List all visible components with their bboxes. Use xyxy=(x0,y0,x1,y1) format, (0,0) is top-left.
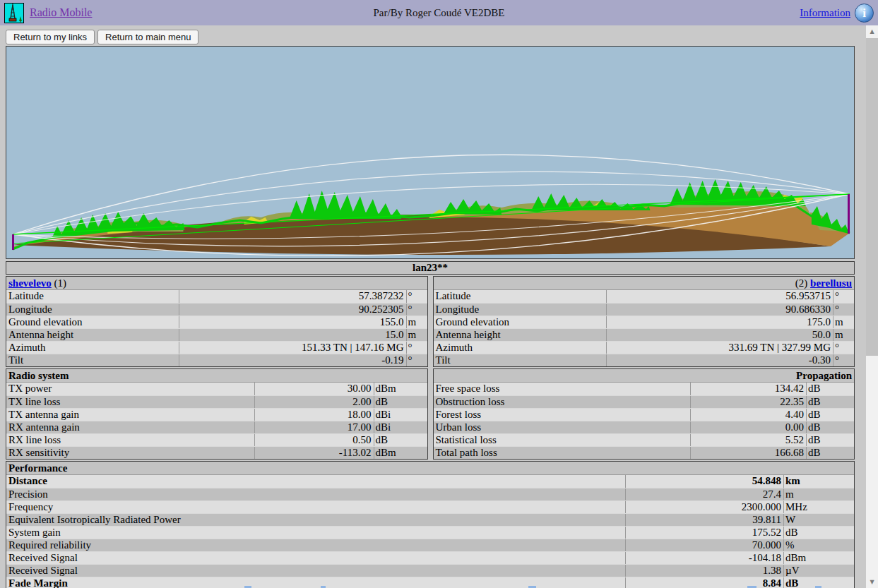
row-unit: km xyxy=(783,475,854,488)
site-left-header: shevelevo (1) xyxy=(6,277,427,290)
row-label: Tilt xyxy=(6,354,179,366)
table-row: Longitude90.686330° xyxy=(434,303,855,316)
row-unit: m xyxy=(783,488,854,500)
row-label: RX sensitivity xyxy=(6,447,254,459)
row-value: 0.00 xyxy=(690,421,806,433)
row-label: Statistical loss xyxy=(434,434,690,446)
row-unit: dB xyxy=(806,409,854,421)
return-to-my-links-button[interactable]: Return to my links xyxy=(6,30,95,44)
scroll-up-arrow-icon[interactable]: ▲ xyxy=(866,25,878,37)
row-value: 17.00 xyxy=(254,421,373,433)
content-frame: Return to my links Return to main menu xyxy=(0,25,866,588)
table-row: RX line loss0.50dB xyxy=(6,433,427,446)
row-value: 90.252305 xyxy=(179,304,405,316)
site-table-left: shevelevo (1) Latitude57.387232°Longitud… xyxy=(6,276,428,367)
row-label: TX power xyxy=(6,383,254,395)
site-right-header: (2) berellusu xyxy=(434,277,855,290)
row-unit: dBm xyxy=(374,383,427,395)
row-value: 57.387232 xyxy=(179,290,405,303)
row-label: Latitude xyxy=(434,290,606,303)
table-row: Frequency2300.000MHz xyxy=(6,500,854,513)
performance-section: Performance Distance54.848kmPrecision27.… xyxy=(6,461,855,588)
row-unit: dB xyxy=(806,434,854,446)
table-row: Latitude57.387232° xyxy=(6,290,427,303)
radio-mobile-link[interactable]: Radio Mobile xyxy=(30,6,92,19)
row-unit: m xyxy=(833,329,854,341)
site-tables-row: shevelevo (1) Latitude57.387232°Longitud… xyxy=(6,276,855,367)
row-label: Longitude xyxy=(434,304,606,316)
info-icon[interactable]: i xyxy=(855,4,874,23)
row-label: Ground elevation xyxy=(434,316,606,328)
row-label: Azimuth xyxy=(6,342,179,354)
row-unit: ° xyxy=(833,354,854,366)
row-value: 54.848 xyxy=(625,475,783,488)
row-value: 175.0 xyxy=(606,316,833,328)
right-antenna-mast xyxy=(848,194,850,234)
scrollbar-thumb[interactable] xyxy=(866,38,878,356)
row-label: Azimuth xyxy=(434,342,606,354)
table-row: TX power30.00dBm xyxy=(6,383,427,395)
row-value: 331.69 TN | 327.99 MG xyxy=(606,342,833,354)
row-value: 22.35 xyxy=(690,396,806,408)
site-table-right: (2) berellusu Latitude56.953715°Longitud… xyxy=(433,276,855,367)
row-unit: ° xyxy=(406,342,427,354)
scroll-down-arrow-icon[interactable]: ▼ xyxy=(866,576,878,588)
row-unit: ° xyxy=(406,354,427,366)
row-unit: W xyxy=(783,514,854,526)
row-label: Longitude xyxy=(6,304,179,316)
row-label: Latitude xyxy=(6,290,179,303)
row-label: Received Signal xyxy=(6,552,625,564)
table-row: Received Signal1.38µV xyxy=(6,564,854,577)
row-value: 18.00 xyxy=(254,409,373,421)
table-row: Forest loss4.40dB xyxy=(434,408,855,421)
row-unit: dB xyxy=(806,447,854,459)
table-row: Azimuth151.33 TN | 147.16 MG° xyxy=(6,341,427,354)
table-row: Urban loss0.00dB xyxy=(434,421,855,433)
row-value: 50.0 xyxy=(606,329,833,341)
site-right-index: (2) xyxy=(795,277,810,289)
link-profile-image xyxy=(6,46,855,259)
row-value: 1.38 xyxy=(625,565,783,577)
row-unit: dB xyxy=(374,434,427,446)
row-unit: dB xyxy=(806,421,854,433)
table-row: TX line loss2.00dB xyxy=(6,395,427,408)
table-row: Ground elevation155.0m xyxy=(6,316,427,328)
row-unit: dBm xyxy=(374,447,427,459)
row-value: 15.0 xyxy=(179,329,405,341)
table-row: Longitude90.252305° xyxy=(6,303,427,316)
row-value: 2.00 xyxy=(254,396,373,408)
table-row: RX antenna gain17.00dBi xyxy=(6,421,427,433)
row-value: -0.19 xyxy=(179,354,405,366)
row-value: 5.52 xyxy=(690,434,806,446)
row-value: 175.52 xyxy=(625,527,783,539)
site-left-link[interactable]: shevelevo xyxy=(8,277,52,289)
row-unit: ° xyxy=(406,290,427,303)
row-unit: m xyxy=(406,329,427,341)
row-value: 56.953715 xyxy=(606,290,833,303)
radio-propagation-row: Radio system TX power30.00dBmTX line los… xyxy=(6,368,855,460)
row-value: 30.00 xyxy=(254,383,373,395)
row-label: System gain xyxy=(6,527,625,539)
information-link[interactable]: Information xyxy=(800,7,850,19)
row-unit: ° xyxy=(833,290,854,303)
row-label: Equivalent Isotropically Radiated Power xyxy=(6,514,625,526)
row-value: 134.42 xyxy=(690,383,806,395)
row-unit: dBm xyxy=(783,552,854,564)
row-label: TX antenna gain xyxy=(6,409,254,421)
row-value: 39.811 xyxy=(625,514,783,526)
row-value: 0.50 xyxy=(254,434,373,446)
row-label: Free space loss xyxy=(434,383,690,395)
row-unit: ° xyxy=(406,304,427,316)
row-unit: dB xyxy=(806,383,854,395)
row-label: Tilt xyxy=(434,354,606,366)
row-unit: dB xyxy=(783,527,854,539)
vertical-scrollbar[interactable]: ▲ ▼ xyxy=(866,25,878,588)
site-right-link[interactable]: berellusu xyxy=(810,277,852,289)
row-label: Frequency xyxy=(6,501,625,513)
row-unit: dB xyxy=(806,396,854,408)
site-left-index: (1) xyxy=(52,277,66,289)
return-to-main-menu-button[interactable]: Return to main menu xyxy=(97,30,198,44)
table-row: Ground elevation175.0m xyxy=(434,316,855,328)
row-value: -104.18 xyxy=(625,552,783,564)
row-label: Antenna height xyxy=(434,329,606,341)
